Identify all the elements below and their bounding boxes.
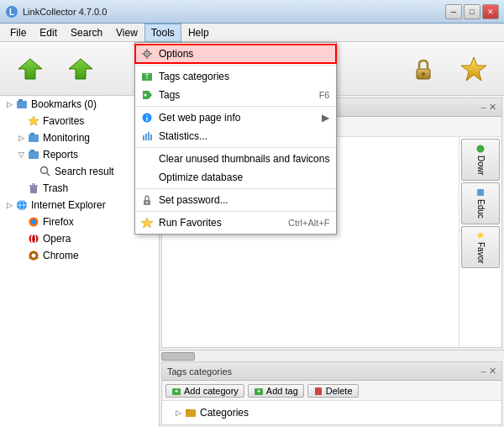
favorites-side-icon <box>476 231 485 240</box>
svg-text:L: L <box>9 8 14 17</box>
panel-close-icon[interactable]: – ✕ <box>481 102 496 113</box>
svg-rect-12 <box>29 151 39 159</box>
download-side-btn[interactable]: Dowr <box>461 139 500 181</box>
svg-rect-13 <box>30 150 34 152</box>
h-scrollbar[interactable] <box>160 350 504 361</box>
statistics-icon <box>140 129 154 143</box>
maximize-button[interactable]: □ <box>464 4 480 19</box>
expand-monitoring-icon: ▷ <box>15 132 27 144</box>
favorites-label: Favorites <box>43 115 84 127</box>
svg-point-27 <box>32 254 36 258</box>
tags-panel-close-icon[interactable]: – ✕ <box>481 366 496 377</box>
statistics-label: Statistics... <box>159 130 207 142</box>
get-web-info-menu-item[interactable]: i Get web page info ▶ <box>135 108 336 127</box>
title-bar: L LinkCollector 4.7.0.0 ─ □ ✕ <box>0 0 504 24</box>
delete-tag-icon <box>313 386 323 396</box>
svg-point-24 <box>29 235 39 244</box>
bookmarks-icon <box>15 98 29 111</box>
side-buttons: Dowr Educ Favor <box>459 137 501 347</box>
optimize-db-menu-item[interactable]: Optimize database <box>135 168 336 187</box>
search-result-icon <box>39 165 52 178</box>
menu-bar: File Edit Search View Tools Help <box>0 24 504 42</box>
toolbar-forward[interactable] <box>57 47 104 91</box>
search-result-label: Search result <box>55 166 114 177</box>
monitoring-icon <box>27 131 40 145</box>
add-tag-button[interactable]: + Add tag <box>248 384 304 398</box>
svg-rect-10 <box>29 134 39 142</box>
svg-marker-6 <box>461 57 486 81</box>
tags-toolbar: + Add category + Add tag Delete <box>162 381 501 401</box>
svg-rect-54 <box>145 134 147 140</box>
svg-text:i: i <box>146 114 149 123</box>
menu-file[interactable]: File <box>3 24 33 42</box>
svg-rect-17 <box>29 185 38 187</box>
expand-icon: ▷ <box>3 98 15 110</box>
h-scrollbar-thumb[interactable] <box>161 352 195 361</box>
reports-label: Reports <box>43 149 78 161</box>
tags-categories-label: Tags categories <box>159 71 229 82</box>
expand-reports-icon: ▽ <box>15 149 27 161</box>
statistics-menu-item[interactable]: Statistics... <box>135 127 336 145</box>
reports-icon <box>27 148 40 161</box>
optimize-db-label: Optimize database <box>159 171 243 183</box>
education-icon <box>476 188 485 197</box>
menu-sep-1 <box>135 65 336 66</box>
tags-categories-icon: T <box>140 70 154 83</box>
get-web-info-label: Get web page info <box>159 112 240 124</box>
title-controls: ─ □ ✕ <box>445 4 499 19</box>
categories-item[interactable]: ▷ Categories <box>169 404 495 421</box>
clear-thumbnails-menu-item[interactable]: Clear unused thumbnails and favicons <box>135 150 336 168</box>
ie-label: Internet Explorer <box>31 199 106 211</box>
education-side-btn[interactable]: Educ <box>461 182 500 224</box>
svg-point-31 <box>477 145 485 152</box>
menu-sep-3 <box>135 147 336 148</box>
sidebar-item-chrome[interactable]: ▷ Chrome <box>0 247 159 264</box>
minimize-button[interactable]: ─ <box>445 4 462 19</box>
svg-marker-2 <box>18 59 42 79</box>
toolbar-favorites[interactable] <box>450 47 497 91</box>
add-category-button[interactable]: + Add category <box>165 384 244 398</box>
monitoring-label: Monitoring <box>43 132 90 144</box>
menu-view[interactable]: View <box>109 24 144 42</box>
svg-rect-56 <box>150 134 152 140</box>
svg-point-42 <box>146 53 148 55</box>
svg-text:+: + <box>175 387 179 395</box>
title-bar-left: L LinkCollector 4.7.0.0 <box>5 5 107 18</box>
set-password-label: Set password... <box>159 194 228 206</box>
close-button[interactable]: ✕ <box>482 4 499 19</box>
delete-tag-button[interactable]: Delete <box>307 384 359 398</box>
chrome-icon <box>27 249 40 262</box>
svg-marker-9 <box>29 116 39 125</box>
firefox-icon <box>27 215 40 229</box>
svg-line-15 <box>47 173 50 177</box>
run-favorites-menu-item[interactable]: Run Favorites Ctrl+Alt+F <box>135 214 336 232</box>
options-menu-item[interactable]: Options <box>135 45 336 63</box>
svg-point-58 <box>146 202 148 203</box>
tags-content: ▷ Categories <box>162 401 501 424</box>
add-tag-icon: + <box>254 386 264 396</box>
set-password-menu-item[interactable]: Set password... <box>135 191 336 209</box>
download-icon <box>476 145 485 153</box>
menu-tools[interactable]: Tools <box>144 24 181 42</box>
svg-point-23 <box>31 219 36 224</box>
tools-dropdown-menu: Options T Tags categories Tags F6 i <box>134 42 337 235</box>
menu-edit[interactable]: Edit <box>33 24 64 42</box>
menu-help[interactable]: Help <box>181 24 216 42</box>
toolbar-back[interactable] <box>7 47 54 91</box>
options-icon <box>140 47 154 61</box>
menu-search[interactable]: Search <box>64 24 109 42</box>
svg-point-5 <box>422 72 425 76</box>
tags-categories-menu-item[interactable]: T Tags categories <box>135 67 336 86</box>
favorites-side-btn[interactable]: Favor <box>461 226 500 268</box>
svg-rect-8 <box>18 99 23 102</box>
svg-text:+: + <box>256 387 260 395</box>
tags-menu-item[interactable]: Tags F6 <box>135 86 336 104</box>
ie-icon <box>15 198 29 212</box>
categories-label: Categories <box>200 407 249 419</box>
submenu-arrow: ▶ <box>322 112 329 124</box>
tags-panel-header: Tags categories – ✕ <box>162 362 501 381</box>
bookmarks-label: Bookmarks (0) <box>31 98 97 110</box>
toolbar-lock[interactable] <box>400 47 447 91</box>
tags-shortcut: F6 <box>302 90 330 100</box>
app-icon: L <box>5 5 18 18</box>
